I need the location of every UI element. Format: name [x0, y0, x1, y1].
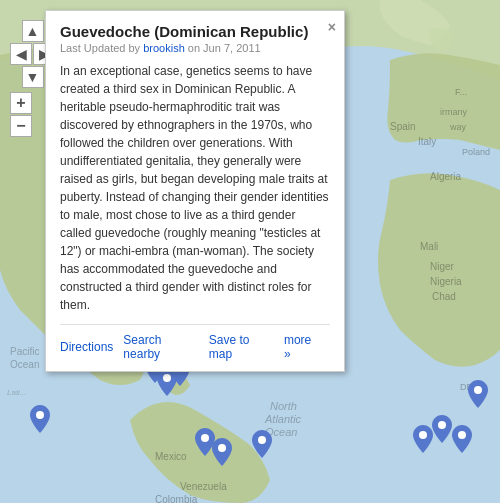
svg-text:Lati...: Lati... [7, 388, 27, 397]
pan-left-button[interactable]: ◀ [10, 43, 32, 65]
directions-link[interactable]: Directions [60, 340, 113, 354]
svg-point-34 [474, 386, 482, 394]
zoom-out-button[interactable]: − [10, 115, 32, 137]
svg-point-29 [258, 436, 266, 444]
svg-text:Pacific: Pacific [10, 346, 39, 357]
svg-text:irmany: irmany [440, 107, 468, 117]
svg-text:Chad: Chad [432, 291, 456, 302]
meta-prefix: Last Updated by [60, 42, 140, 54]
pan-up-button[interactable]: ▲ [22, 20, 44, 42]
map-marker[interactable] [252, 430, 272, 461]
map-marker[interactable] [30, 405, 50, 436]
more-link[interactable]: more » [284, 333, 320, 361]
svg-text:Algeria: Algeria [430, 171, 462, 182]
close-button[interactable]: × [328, 19, 336, 35]
svg-text:Nigeria: Nigeria [430, 276, 462, 287]
info-title: Guevedoche (Dominican Republic) [60, 23, 330, 40]
info-meta: Last Updated by brookish on Jun 7, 2011 [60, 42, 330, 54]
svg-point-30 [36, 411, 44, 419]
svg-point-32 [438, 421, 446, 429]
save-to-map-link[interactable]: Save to map [209, 333, 274, 361]
svg-text:Mali: Mali [420, 241, 438, 252]
svg-text:F...: F... [455, 87, 467, 97]
zoom-in-button[interactable]: + [10, 92, 32, 114]
map-marker[interactable] [413, 425, 433, 456]
map-marker[interactable] [212, 438, 232, 469]
svg-text:Atlantic: Atlantic [264, 413, 302, 425]
info-body: In an exceptional case, genetics seems t… [60, 62, 330, 314]
info-actions: Directions Search nearby Save to map mor… [60, 324, 330, 361]
svg-text:Colombia: Colombia [155, 494, 198, 503]
search-nearby-link[interactable]: Search nearby [123, 333, 198, 361]
svg-text:Spain: Spain [390, 121, 416, 132]
svg-text:Niger: Niger [430, 261, 455, 272]
meta-date-text: on Jun 7, 2011 [188, 42, 261, 54]
meta-user-link[interactable]: brookish [143, 42, 185, 54]
map-marker[interactable] [468, 380, 488, 411]
map-marker[interactable] [432, 415, 452, 446]
svg-point-27 [201, 434, 209, 442]
pan-down-button[interactable]: ▼ [22, 66, 44, 88]
svg-point-31 [419, 431, 427, 439]
svg-text:North: North [270, 400, 297, 412]
info-panel: × Guevedoche (Dominican Republic) Last U… [45, 10, 345, 372]
svg-text:Mexico: Mexico [155, 451, 187, 462]
svg-point-28 [218, 444, 226, 452]
svg-text:Venezuela: Venezuela [180, 481, 227, 492]
map-marker[interactable] [452, 425, 472, 456]
svg-text:way: way [449, 122, 467, 132]
svg-text:Italy: Italy [418, 136, 436, 147]
svg-text:Poland: Poland [462, 147, 490, 157]
svg-text:Ocean: Ocean [10, 359, 39, 370]
svg-point-33 [458, 431, 466, 439]
